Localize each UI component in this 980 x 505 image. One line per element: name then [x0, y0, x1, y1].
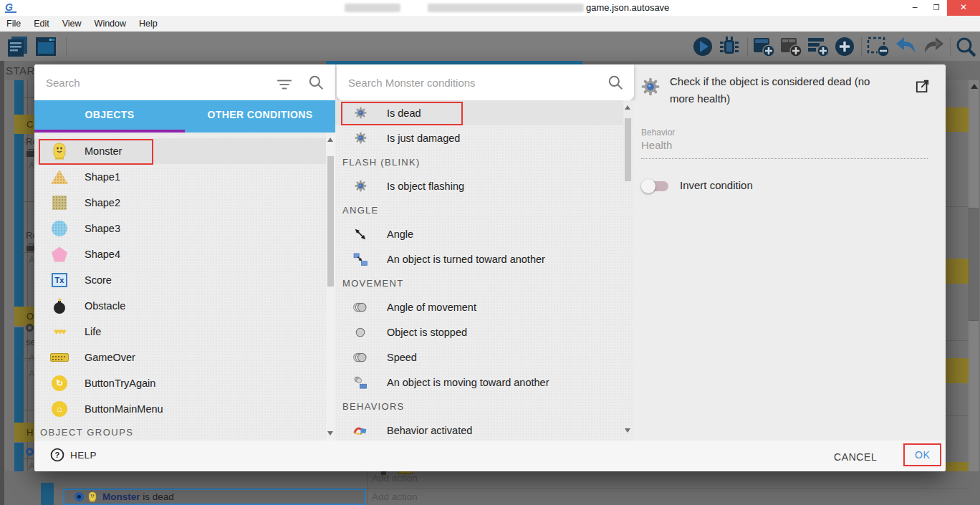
home-button-icon: ⌂ [47, 401, 72, 417]
object-row-buttontryagain[interactable]: ↻ ButtonTryAgain [34, 370, 335, 396]
invert-condition-toggle[interactable] [644, 181, 668, 191]
behavior-gear-icon [350, 107, 371, 119]
object-label: GameOver [85, 352, 135, 363]
object-label: Score [85, 274, 112, 286]
tree-tick [21, 97, 34, 98]
toggle-knob [641, 179, 655, 193]
object-row-shape4[interactable]: Shape4 [34, 241, 335, 267]
object-row-monster[interactable]: Monster [34, 138, 326, 164]
turned-toward-icon [350, 253, 371, 266]
menu-file[interactable]: File [0, 16, 27, 32]
object-row-obstacle[interactable]: Obstacle [34, 293, 335, 319]
menu-edit[interactable]: Edit [27, 16, 56, 32]
menu-bar: File Edit View Window Help [0, 16, 980, 32]
tree-tick [21, 410, 34, 410]
scroll-up-arrow[interactable] [971, 84, 978, 89]
tree-tick [21, 201, 34, 202]
behavior-field-value[interactable]: Health [641, 139, 672, 151]
condition-row-behavior-activated[interactable]: Behavior activated [335, 418, 634, 443]
event-condition-label: is dead [143, 491, 174, 502]
tree-tick [21, 252, 34, 253]
minimize-button[interactable]: – [904, 0, 926, 16]
tab-objects[interactable]: OBJECTS [34, 100, 185, 133]
help-circle-icon: ? [50, 448, 64, 462]
condition-row-is-dead[interactable]: Is dead [335, 100, 623, 125]
condition-label: Is object flashing [387, 181, 464, 192]
object-label: Obstacle [85, 300, 125, 312]
object-row-buttonmainmenu[interactable]: ⌂ ButtonMainMenu [34, 396, 335, 422]
scroll-down-arrow[interactable] [327, 431, 333, 436]
object-row-shape2[interactable]: Shape2 [34, 190, 335, 216]
object-row-shape3[interactable]: Shape3 [34, 216, 335, 241]
filter-icon[interactable] [277, 77, 292, 92]
selected-event-condition: Monster is dead [63, 489, 366, 505]
condition-section-behaviors: BEHAVIORS [335, 395, 634, 418]
condition-row-is-just-damaged[interactable]: Is just damaged [335, 125, 634, 150]
restore-button[interactable]: ❐ [926, 0, 947, 16]
monster-icon [88, 491, 97, 502]
add-action-link: Add action [372, 473, 418, 484]
comment-event-row: H [14, 423, 34, 442]
angle-arrow-icon [350, 228, 371, 241]
condition-details-panel: Check if the object is considered dead (… [634, 64, 946, 441]
object-row-score[interactable]: Tx Score [34, 267, 335, 293]
text-object-icon: Tx [47, 273, 72, 287]
condition-label: Behavior activated [387, 425, 472, 436]
menu-view[interactable]: View [56, 16, 88, 32]
bomb-icon [47, 298, 72, 314]
moving-toward-icon [350, 376, 371, 389]
object-groups-header: OBJECT GROUPS [40, 427, 134, 438]
cancel-button[interactable]: CANCEL [828, 448, 883, 466]
scroll-down-arrow[interactable] [625, 428, 630, 433]
scroll-up-arrow[interactable] [625, 105, 630, 110]
search-icon[interactable] [607, 74, 623, 90]
condition-search-input[interactable] [348, 73, 563, 92]
briefcase-icon [27, 151, 34, 157]
menu-help[interactable]: Help [133, 16, 164, 32]
tab-other-conditions[interactable]: OTHER CONDITIONS [185, 100, 335, 133]
condition-row-object-is-stopped[interactable]: Object is stopped [335, 319, 634, 345]
condition-row-is-object-flashing[interactable]: Is object flashing [335, 173, 634, 198]
object-row-shape1[interactable]: Shape1 [34, 164, 335, 190]
tree-tick [21, 458, 34, 459]
title-bar: G game.json.autosave – ❐ ✕ [0, 0, 980, 16]
condition-label: Is just damaged [387, 133, 460, 144]
condition-section-flash: FLASH (BLINK) [335, 150, 634, 173]
object-row-gameover[interactable]: GameOver [34, 345, 335, 370]
event-separator [946, 340, 969, 341]
object-list-scrollbar-thumb[interactable] [327, 156, 334, 287]
condition-list-scrollbar-thumb[interactable] [625, 118, 631, 181]
ok-button[interactable]: OK [903, 443, 941, 466]
behavior-gear-icon [350, 132, 371, 144]
comment-event-row [946, 259, 969, 284]
behavior-activated-icon [350, 425, 371, 436]
menu-window[interactable]: Window [88, 16, 133, 32]
help-button[interactable]: ? HELP [50, 448, 97, 462]
condition-label: Angle of movement [387, 302, 476, 313]
moving-circles-icon [350, 352, 371, 363]
condition-label: Angle [387, 229, 413, 240]
condition-row-angle-of-movement[interactable]: Angle of movement [335, 294, 634, 319]
svg-text:?: ? [54, 451, 59, 459]
condition-row-moving-toward[interactable]: An object is moving toward another [335, 370, 634, 395]
gdevelop-window: G game.json.autosave – ❐ ✕ File Edit Vie… [0, 0, 980, 505]
condition-description: Check if the object is considered dead (… [670, 73, 892, 107]
event-indent-bar [41, 483, 54, 505]
redacted-path-segment [428, 4, 584, 12]
scroll-up-arrow[interactable] [327, 138, 333, 142]
object-search-input[interactable] [46, 73, 261, 92]
events-scrollbar-thumb[interactable] [969, 208, 979, 321]
condition-gear-icon [26, 324, 34, 332]
condition-row-turned-toward[interactable]: An object is turned toward another [335, 246, 634, 271]
search-icon[interactable] [308, 74, 324, 90]
condition-chooser-dialog: OBJECTS OTHER CONDITIONS Monster Shape1 … [34, 64, 946, 471]
event-condition-text: Monster is dead [102, 491, 174, 502]
behavior-field-label: Behavior [641, 128, 675, 138]
object-row-life[interactable]: ♥♥♥ Life [34, 319, 335, 345]
open-in-new-icon[interactable] [916, 79, 930, 93]
close-button[interactable]: ✕ [947, 0, 980, 16]
condition-section-movement: MOVEMENT [335, 271, 634, 294]
object-label: Shape1 [85, 171, 120, 183]
condition-row-speed[interactable]: Speed [335, 345, 634, 370]
condition-row-angle[interactable]: Angle [335, 221, 634, 246]
